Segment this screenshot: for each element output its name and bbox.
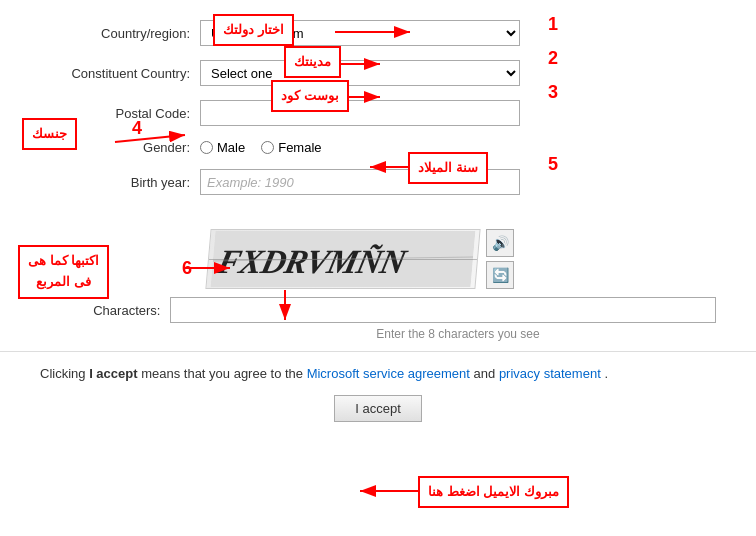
gender-male-label[interactable]: Male: [200, 140, 245, 155]
captcha-input[interactable]: [170, 297, 716, 323]
footer-means: means that you agree to the: [138, 366, 307, 381]
captcha-hint: Enter the 8 characters you see: [200, 327, 716, 341]
country-row: Country/region: United Kingdom: [40, 20, 716, 46]
captcha-characters-row: Characters:: [40, 297, 716, 323]
gender-female-text: Female: [278, 140, 321, 155]
accept-btn-label: I accept: [355, 401, 401, 416]
captcha-svg: FXDRVMÑN: [211, 231, 476, 287]
captcha-buttons: 🔊 🔄: [486, 229, 514, 289]
annotation-ar4: جنسك: [22, 118, 77, 150]
gender-female-label[interactable]: Female: [261, 140, 321, 155]
annotation-ar5: سنة الميلاد: [408, 152, 488, 184]
accept-button[interactable]: I accept: [334, 395, 422, 422]
country-label: Country/region:: [40, 26, 200, 41]
footer-area: Clicking I accept means that you agree t…: [0, 351, 756, 436]
annotation-ar1: اختار دولتك: [213, 14, 294, 46]
captcha-image-row: FXDRVMÑN 🔊 🔄: [40, 229, 716, 289]
captcha-section: FXDRVMÑN 🔊 🔄 Characters: Enter the 8 cha…: [40, 229, 716, 341]
annotation-ar3: بوست كود: [271, 80, 349, 112]
captcha-refresh-btn[interactable]: 🔄: [486, 261, 514, 289]
annotation-bottom: مبروك الايميل اضغط هنا: [418, 476, 569, 508]
postal-control: [200, 100, 520, 126]
postal-input[interactable]: [200, 100, 520, 126]
footer-iaccept-text: I accept: [89, 366, 137, 381]
gender-female-radio[interactable]: [261, 141, 274, 154]
birth-row: Birth year:: [40, 169, 716, 195]
annotation-n1: 1: [548, 14, 558, 35]
accept-row: I accept: [40, 395, 716, 422]
annotation-n3: 3: [548, 82, 558, 103]
footer-text: Clicking I accept means that you agree t…: [40, 366, 716, 381]
gender-male-text: Male: [217, 140, 245, 155]
gender-male-radio[interactable]: [200, 141, 213, 154]
birth-label: Birth year:: [40, 175, 200, 190]
footer-clicking: Clicking: [40, 366, 89, 381]
annotation-n2: 2: [548, 48, 558, 69]
svg-text:FXDRVMÑN: FXDRVMÑN: [213, 242, 411, 280]
constituent-label: Constituent Country:: [40, 66, 200, 81]
captcha-audio-btn[interactable]: 🔊: [486, 229, 514, 257]
captcha-label: Characters:: [40, 303, 170, 318]
annotation-n5: 5: [548, 154, 558, 175]
constituent-row: Constituent Country: Select one: [40, 60, 716, 86]
footer-period: .: [604, 366, 608, 381]
constituent-control: Select one: [200, 60, 520, 86]
form-area: Country/region: United Kingdom Constitue…: [0, 0, 756, 219]
annotation-ar2: مدينتك: [284, 46, 341, 78]
gender-row: Gender: Male Female: [40, 140, 716, 155]
privacy-statement-link[interactable]: privacy statement: [499, 366, 601, 381]
microsoft-service-link[interactable]: Microsoft service agreement: [307, 366, 470, 381]
annotation-ar6: اكتبها كما هى فى المربع: [18, 245, 109, 299]
annotation-n6: 6: [182, 258, 192, 279]
constituent-select[interactable]: Select one: [200, 60, 520, 86]
annotation-n4: 4: [132, 118, 142, 139]
captcha-image: FXDRVMÑN: [205, 229, 480, 289]
footer-and: and: [474, 366, 499, 381]
